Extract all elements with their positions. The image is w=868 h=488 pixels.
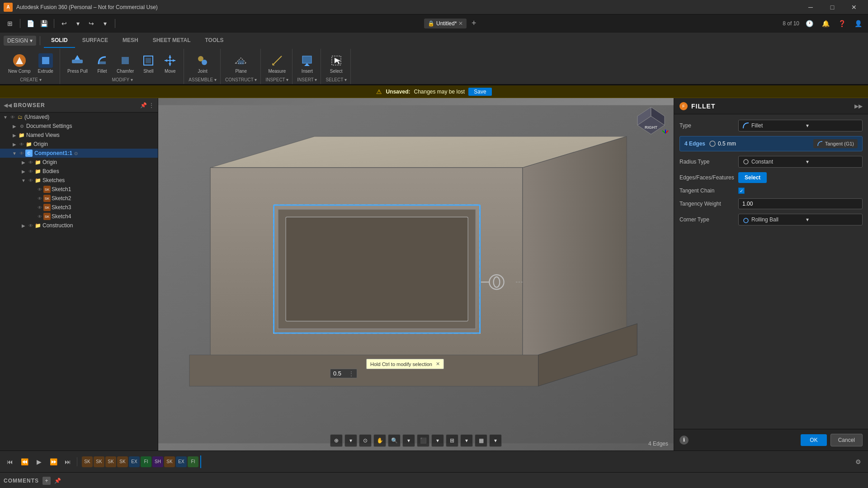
- ribbon-btn-joint[interactable]: Joint: [193, 52, 212, 75]
- viewport[interactable]: Hold Ctrl to modify selection ✕ ⋮ RIGHT: [158, 98, 674, 450]
- radius-type-dropdown[interactable]: Constant ▾: [738, 156, 863, 168]
- bell-button[interactable]: 🔔: [819, 17, 832, 30]
- tree-item-origin-comp[interactable]: ▶ 👁 📁 Origin: [0, 158, 158, 167]
- close-button[interactable]: ✕: [844, 0, 864, 14]
- ribbon-btn-plane[interactable]: Plane: [231, 52, 251, 75]
- tl-item-4[interactable]: SK: [117, 456, 128, 467]
- radius-input-field[interactable]: [333, 370, 347, 377]
- redo-button[interactable]: ↪: [85, 17, 98, 30]
- tree-eye-sketch1[interactable]: 👁: [36, 186, 43, 193]
- tl-item-9[interactable]: EX: [176, 456, 187, 467]
- zoom-tool[interactable]: 🔍: [388, 434, 401, 447]
- timeline-prev-button[interactable]: ⏪: [18, 455, 31, 468]
- tree-eye-sketch4[interactable]: 👁: [36, 213, 43, 220]
- tree-item-sketch1[interactable]: ▶ 👁 SK Sketch1: [0, 185, 158, 194]
- ribbon-btn-insert[interactable]: Insert: [297, 52, 317, 75]
- tree-eye-sketches[interactable]: 👁: [27, 177, 34, 184]
- tab-surface[interactable]: SURFACE: [75, 33, 115, 48]
- new-button[interactable]: 📄: [24, 17, 37, 30]
- tree-item-sketch4[interactable]: ▶ 👁 SK Sketch4: [0, 212, 158, 221]
- document-tab[interactable]: 🔒 Untitled* ✕: [424, 19, 467, 28]
- ribbon-btn-newcomp[interactable]: New Comp: [5, 52, 33, 75]
- tree-item-sketch3[interactable]: ▶ 👁 SK Sketch3: [0, 203, 158, 212]
- tl-item-6[interactable]: FI: [141, 456, 151, 467]
- help-button[interactable]: ❓: [835, 17, 848, 30]
- grid-tool[interactable]: ⊞: [446, 434, 458, 447]
- tree-eye-origin-comp[interactable]: 👁: [27, 159, 34, 166]
- tab-tools[interactable]: TOOLS: [198, 33, 231, 48]
- grid-dropdown[interactable]: ▾: [460, 434, 473, 447]
- timeline-settings-button[interactable]: ⚙: [852, 455, 864, 468]
- notify-save-button[interactable]: Save: [468, 88, 491, 96]
- tree-eye-bodies[interactable]: 👁: [27, 168, 34, 175]
- tl-item-2[interactable]: SK: [94, 456, 104, 467]
- viewcube-tool[interactable]: ⬛: [417, 434, 429, 447]
- save-button[interactable]: 💾: [38, 17, 50, 30]
- comments-add-button[interactable]: +: [42, 477, 51, 485]
- tree-eye-construction[interactable]: 👁: [27, 222, 34, 229]
- pan-tool[interactable]: ✋: [373, 434, 386, 447]
- type-dropdown[interactable]: Fillet ▾: [738, 120, 863, 131]
- tree-eye-component1[interactable]: 👁: [18, 150, 25, 157]
- cursor-tool[interactable]: ⊕: [330, 434, 343, 447]
- tree-item-sketches[interactable]: ▼ 👁 📁 Sketches: [0, 176, 158, 185]
- tl-item-10[interactable]: FI: [188, 456, 198, 467]
- ribbon-btn-extrude[interactable]: Extrude: [35, 52, 56, 75]
- redo-dropdown[interactable]: ▾: [99, 17, 111, 30]
- timeline-play-button[interactable]: ▶: [33, 455, 45, 468]
- tl-item-5[interactable]: EX: [129, 456, 140, 467]
- tree-eye-origin-top[interactable]: 👁: [18, 141, 25, 148]
- orbit-tool[interactable]: ⊙: [359, 434, 372, 447]
- tl-item-7[interactable]: SH: [152, 456, 163, 467]
- browser-pin-icon[interactable]: 📌: [140, 102, 147, 108]
- clock-button[interactable]: 🕐: [803, 17, 816, 30]
- display-tool[interactable]: ▦: [475, 434, 487, 447]
- tab-mesh[interactable]: MESH: [115, 33, 146, 48]
- minimize-button[interactable]: ─: [800, 0, 821, 14]
- tl-item-1[interactable]: SK: [82, 456, 93, 467]
- ribbon-btn-shell[interactable]: Shell: [138, 52, 158, 75]
- tree-item-namedviews[interactable]: ▶ 📁 Named Views: [0, 131, 158, 140]
- info-button[interactable]: ℹ: [679, 436, 689, 445]
- document-tab-close[interactable]: ✕: [458, 20, 463, 27]
- tree-item-docsettings[interactable]: ▶ ⚙ Document Settings: [0, 122, 158, 131]
- ribbon-btn-move[interactable]: Move: [160, 52, 180, 75]
- display-dropdown[interactable]: ▾: [489, 434, 502, 447]
- navigation-cube[interactable]: RIGHT: [633, 103, 669, 139]
- tree-item-root[interactable]: ▼ 👁 🗂 (Unsaved): [0, 113, 158, 122]
- ribbon-btn-measure[interactable]: Measure: [265, 52, 288, 75]
- tree-item-construction[interactable]: ▶ 👁 📁 Construction: [0, 221, 158, 230]
- tab-solid[interactable]: SOLID: [44, 33, 75, 48]
- cursor-dropdown[interactable]: ▾: [344, 434, 357, 447]
- tl-item-3[interactable]: SK: [105, 456, 116, 467]
- viewcube-dropdown[interactable]: ▾: [431, 434, 444, 447]
- tree-item-component1[interactable]: ▼ 👁 C Component1:1 ⊙: [0, 149, 158, 158]
- undo-button[interactable]: ↩: [58, 17, 71, 30]
- timeline-next-button[interactable]: ⏩: [47, 455, 60, 468]
- tooltip-close-button[interactable]: ✕: [436, 361, 440, 367]
- cancel-button[interactable]: Cancel: [830, 434, 863, 446]
- select-button[interactable]: Select: [738, 172, 767, 183]
- radius-more-button[interactable]: ⋮: [349, 371, 354, 377]
- timeline-start-button[interactable]: ⏮: [4, 455, 16, 468]
- ribbon-btn-presspull[interactable]: Press Pull: [65, 52, 90, 75]
- new-tab-button[interactable]: +: [468, 18, 479, 29]
- tree-item-origin-top[interactable]: ▶ 👁 📁 Origin: [0, 140, 158, 149]
- ribbon-btn-fillet[interactable]: Fillet: [92, 52, 112, 75]
- timeline-end-button[interactable]: ⏭: [61, 455, 74, 468]
- tree-eye-sketch2[interactable]: 👁: [36, 195, 43, 202]
- corner-type-dropdown[interactable]: Rolling Ball ▾: [738, 214, 863, 225]
- tangency-weight-input[interactable]: [738, 198, 863, 209]
- tangent-chain-checkbox[interactable]: ✓: [738, 188, 745, 194]
- comments-pin-icon[interactable]: 📌: [54, 478, 61, 484]
- panel-expand-button[interactable]: ▶▶: [854, 103, 863, 109]
- ribbon-btn-select[interactable]: Select: [326, 52, 346, 75]
- ribbon-btn-chamfer[interactable]: Chamfer: [114, 52, 137, 75]
- tab-sheetmetal[interactable]: SHEET METAL: [146, 33, 198, 48]
- browser-collapse-icon[interactable]: ◀◀: [4, 102, 12, 108]
- grid-menu-button[interactable]: ⊞: [4, 17, 16, 30]
- maximize-button[interactable]: □: [822, 0, 843, 14]
- tl-item-8[interactable]: SK: [164, 456, 175, 467]
- tree-eye-root[interactable]: 👁: [9, 113, 16, 121]
- tree-item-bodies[interactable]: ▶ 👁 📁 Bodies: [0, 167, 158, 176]
